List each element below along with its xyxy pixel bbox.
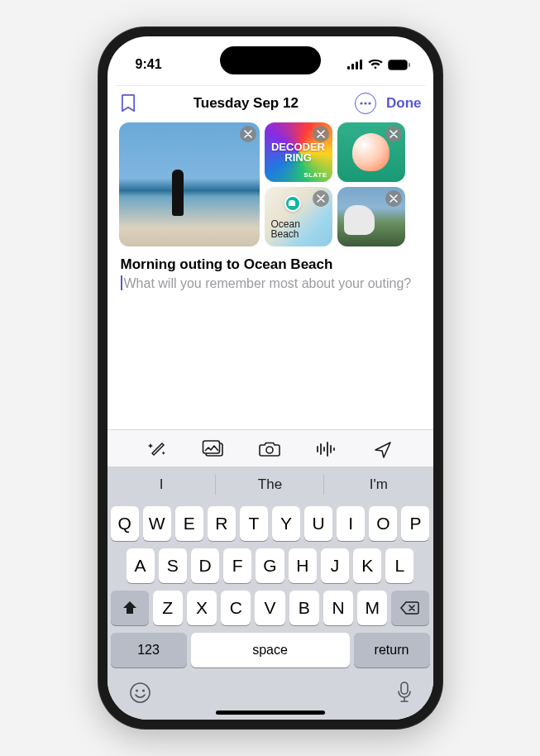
entry-header: Tuesday Sep 12 Done: [108, 86, 433, 119]
close-icon: [317, 194, 325, 203]
key-a[interactable]: A: [127, 548, 155, 583]
attachment-podcast[interactable]: DECODER RING SLATE: [265, 122, 332, 182]
key-space[interactable]: space: [191, 633, 350, 667]
key-h[interactable]: H: [289, 548, 317, 583]
key-t[interactable]: T: [240, 506, 268, 541]
ellipsis-icon: [360, 102, 371, 105]
attachment-photo-shell[interactable]: [337, 122, 405, 182]
key-i[interactable]: I: [337, 506, 365, 541]
entry-body-input[interactable]: What will you remember most about your o…: [121, 275, 420, 292]
svg-point-7: [360, 102, 362, 104]
key-n[interactable]: N: [323, 591, 353, 625]
shift-icon: [122, 600, 138, 615]
svg-point-13: [131, 683, 150, 702]
svg-rect-0: [347, 66, 350, 69]
entry-title: Morning outing to Ocean Beach: [121, 256, 420, 273]
bookmark-button[interactable]: [119, 93, 137, 114]
attachment-photo-beach[interactable]: [119, 122, 260, 246]
gallery-icon: [202, 440, 225, 458]
bookmark-icon: [122, 94, 135, 112]
cellular-icon: [347, 60, 363, 69]
key-y[interactable]: Y: [272, 506, 300, 541]
keyboard-row-2: A S D F G H J K L: [111, 548, 430, 583]
attachment-location[interactable]: Ocean Beach: [265, 187, 332, 246]
remove-attachment-button[interactable]: [385, 190, 402, 207]
key-k[interactable]: K: [353, 548, 381, 583]
more-button[interactable]: [355, 93, 376, 114]
key-return[interactable]: return: [354, 633, 430, 667]
key-b[interactable]: B: [289, 591, 319, 625]
location-arrow-icon: [374, 440, 392, 458]
status-icons: [347, 60, 410, 70]
key-s[interactable]: S: [159, 548, 187, 583]
backspace-icon: [400, 600, 420, 615]
remove-attachment-button[interactable]: [385, 126, 402, 142]
entry-date-title: Tuesday Sep 12: [144, 95, 349, 112]
close-icon: [389, 130, 398, 138]
phone-frame: 9:41 Tuesday Sep 12 Done: [98, 26, 443, 730]
key-x[interactable]: X: [187, 591, 217, 625]
svg-point-15: [142, 690, 145, 692]
audio-button[interactable]: [313, 438, 340, 460]
suggestion-3[interactable]: I'm: [324, 467, 432, 503]
remove-attachment-button[interactable]: [313, 190, 329, 207]
key-o[interactable]: O: [369, 506, 397, 541]
location-button[interactable]: [370, 438, 396, 460]
key-d[interactable]: D: [191, 548, 219, 583]
key-e[interactable]: E: [175, 506, 203, 541]
camera-icon: [259, 441, 280, 457]
camera-button[interactable]: [256, 438, 283, 460]
key-m[interactable]: M: [357, 591, 387, 625]
svg-rect-2: [356, 62, 358, 70]
key-w[interactable]: W: [143, 506, 171, 541]
svg-rect-6: [409, 63, 410, 67]
keyboard: Q W E R T Y U I O P A S D F G H J K L: [108, 503, 433, 720]
key-p[interactable]: P: [401, 506, 429, 541]
key-z[interactable]: Z: [153, 591, 183, 625]
attachments-grid: DECODER RING SLATE Ocean Beach: [108, 119, 433, 253]
svg-rect-3: [360, 60, 362, 69]
suggestion-2[interactable]: The: [216, 467, 324, 503]
key-c[interactable]: C: [221, 591, 251, 625]
close-icon: [317, 130, 325, 138]
key-l[interactable]: L: [385, 548, 413, 583]
dictation-button[interactable]: [397, 682, 412, 704]
emoji-icon: [129, 682, 151, 704]
attachment-photo-dog[interactable]: [337, 187, 405, 246]
suggestion-1[interactable]: I: [108, 467, 216, 503]
key-q[interactable]: Q: [111, 506, 139, 541]
key-numeric[interactable]: 123: [111, 633, 187, 667]
key-u[interactable]: U: [304, 506, 332, 541]
photos-button[interactable]: [200, 438, 227, 460]
key-shift[interactable]: [111, 591, 149, 625]
key-backspace[interactable]: [391, 591, 429, 625]
key-f[interactable]: F: [223, 548, 251, 583]
map-pin-icon: [284, 195, 301, 212]
keyboard-row-1: Q W E R T Y U I O P: [111, 506, 430, 541]
key-j[interactable]: J: [321, 548, 349, 583]
wifi-icon: [368, 60, 383, 69]
done-button[interactable]: Done: [386, 95, 422, 112]
podcast-title: DECODER RING: [265, 141, 332, 163]
remove-attachment-button[interactable]: [313, 126, 329, 142]
keyboard-row-4: 123 space return: [111, 633, 430, 667]
svg-point-12: [266, 447, 273, 453]
key-v[interactable]: V: [255, 591, 284, 625]
dynamic-island: [220, 46, 321, 74]
svg-rect-11: [203, 441, 220, 453]
quicktype-bar: I The I'm: [108, 467, 433, 503]
emoji-button[interactable]: [129, 682, 151, 704]
waveform-icon: [316, 441, 337, 457]
wand-button[interactable]: [144, 438, 170, 460]
status-time: 9:41: [136, 57, 162, 72]
svg-rect-16: [401, 682, 408, 694]
home-indicator[interactable]: [216, 711, 325, 715]
key-r[interactable]: R: [208, 506, 236, 541]
key-g[interactable]: G: [256, 548, 284, 583]
remove-attachment-button[interactable]: [240, 126, 256, 142]
battery-icon: [388, 60, 410, 70]
svg-point-9: [368, 102, 370, 104]
keyboard-footer: [111, 675, 430, 706]
svg-point-8: [364, 102, 366, 104]
entry-area[interactable]: Morning outing to Ocean Beach What will …: [108, 253, 433, 429]
